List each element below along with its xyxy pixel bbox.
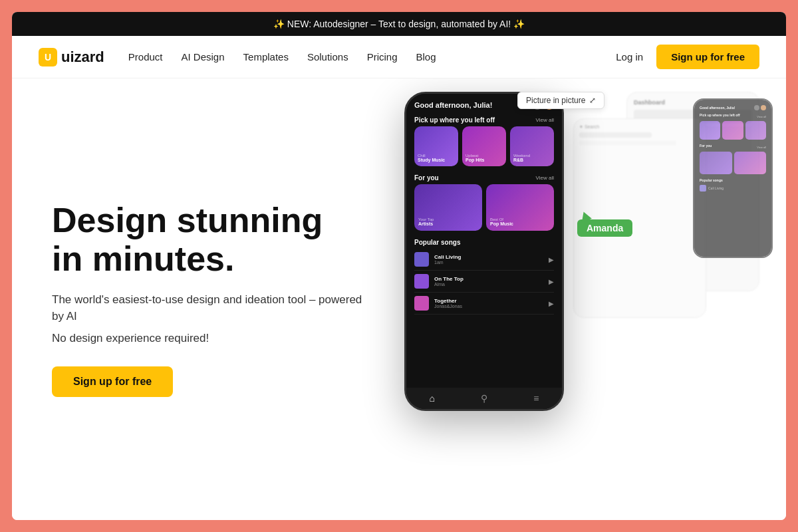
song-item-2: Together Jonas&Jonas ▶ <box>414 293 554 315</box>
nav-product[interactable]: Product <box>128 51 163 63</box>
card-artists-sub: Your Top <box>418 217 434 221</box>
song-avatar-1 <box>414 274 429 289</box>
card-upbeat: UpbeatPop Hits <box>462 126 506 166</box>
card-weekend: WeekendR&B <box>510 126 554 166</box>
nav-blog[interactable]: Blog <box>416 51 436 63</box>
nav-solutions[interactable]: Solutions <box>307 51 348 63</box>
hero-text: Design stunning in minutes. The world's … <box>52 201 371 396</box>
logo[interactable]: U uizard <box>39 48 104 66</box>
mini-phone: Good afternoon, Julia! Pick up where you… <box>693 98 773 258</box>
signup-button-nav[interactable]: Sign up for free <box>656 45 759 69</box>
mini-foryou-label: For you <box>700 144 712 148</box>
mini-foryou-cards <box>700 152 766 174</box>
song-info-0: Cali Living 1am <box>434 254 543 265</box>
song-info-2: Together Jonas&Jonas <box>434 298 543 309</box>
phone-bottom-nav: ⌂ ⚲ ≡ <box>406 388 562 409</box>
navbar: U uizard Product AI Design Templates Sol… <box>12 36 786 78</box>
song-artist-2: Jonas&Jonas <box>434 304 543 309</box>
search-nav-icon: ⚲ <box>481 393 487 404</box>
foryou-title: For you <box>414 174 439 182</box>
mini-phone-screen: Good afternoon, Julia! Pick up where you… <box>694 100 771 257</box>
cursor-amanda: Amanda <box>577 211 632 237</box>
hero-visual: Picture in picture ⤢ Dashboard Google Sa… <box>371 78 786 520</box>
card-chill: ChillStudy Music <box>414 126 458 166</box>
play-icon-2: ▶ <box>549 300 554 307</box>
cursor-label: Amanda <box>577 219 632 237</box>
login-button[interactable]: Log in <box>616 51 643 63</box>
main-container: ✨ NEW: Autodesigner – Text to design, au… <box>12 12 786 520</box>
hero-title: Design stunning in minutes. <box>52 201 371 277</box>
logo-text: uizard <box>61 49 104 66</box>
nav-ai-design[interactable]: AI Design <box>182 51 225 63</box>
song-artist-1: Alma <box>434 282 543 287</box>
mini-section-label: Pick up where you left off <box>700 113 740 117</box>
hero-signup-button[interactable]: Sign up for free <box>52 366 173 397</box>
song-title-1: On The Top <box>434 276 543 282</box>
card-artists-label: Artists <box>418 221 434 227</box>
play-icon-0: ▶ <box>549 256 554 263</box>
pickup-cards: ChillStudy Music UpbeatPop Hits WeekendR… <box>406 126 562 172</box>
home-nav-icon: ⌂ <box>430 393 435 404</box>
song-item-1: On The Top Alma ▶ <box>414 271 554 293</box>
card-pop: Best OfPop Music <box>486 184 554 231</box>
announcement-bar: ✨ NEW: Autodesigner – Text to design, au… <box>12 12 786 36</box>
hero-title-line2: in minutes. <box>52 239 234 278</box>
expand-icon: ⤢ <box>589 96 596 105</box>
song-artist-0: 1am <box>434 260 543 265</box>
card-artists: Your TopArtists <box>414 184 482 231</box>
foryou-cards: Your TopArtists Best OfPop Music <box>406 184 562 236</box>
songs-section-header: Popular songs <box>406 236 562 249</box>
announcement-text: ✨ NEW: Autodesigner – Text to design, au… <box>273 19 525 29</box>
hero-no-exp: No design experience required! <box>52 332 371 345</box>
nav-links: Product AI Design Templates Solutions Pr… <box>128 51 616 63</box>
mini-cards <box>700 121 766 140</box>
hero-subtitle: The world's easiest-to-use design and id… <box>52 291 371 325</box>
hero-section: Design stunning in minutes. The world's … <box>12 78 786 520</box>
card-weekend-sub: Weekend <box>513 154 530 158</box>
card-pop-label: Pop Music <box>490 221 513 227</box>
song-avatar-0 <box>414 252 429 267</box>
songs-title: Popular songs <box>414 239 460 246</box>
nav-templates[interactable]: Templates <box>243 51 289 63</box>
mini-card-weekend <box>745 121 766 140</box>
song-avatar-2 <box>414 296 429 311</box>
foryou-section-header: For you View all <box>406 172 562 184</box>
mini-songs-label: Popular songs <box>700 178 766 182</box>
card-upbeat-label: Pop Hits <box>466 158 484 163</box>
play-icon-1: ▶ <box>549 278 554 285</box>
song-item-0: Cali Living 1am ▶ <box>414 249 554 271</box>
mini-card-upbeat <box>722 121 743 140</box>
song-info-1: On The Top Alma <box>434 276 543 287</box>
pip-tooltip: Picture in picture ⤢ <box>517 92 604 109</box>
hero-title-line1: Design stunning <box>52 201 323 239</box>
pickup-section-header: Pick up where you left off View all <box>406 114 562 126</box>
song-title-0: Cali Living <box>434 254 543 260</box>
phone-greeting: Good afternoon, Julia! <box>414 101 492 109</box>
songs-list: Cali Living 1am ▶ On The Top Alma ▶ <box>406 249 562 315</box>
nav-pricing[interactable]: Pricing <box>367 51 398 63</box>
pickup-title: Pick up where you left off <box>414 116 495 124</box>
nav-actions: Log in Sign up for free <box>616 45 759 69</box>
mini-card-artists <box>700 152 732 174</box>
logo-icon: U <box>39 48 57 66</box>
library-nav-icon: ≡ <box>533 393 539 404</box>
phone-screen: Good afternoon, Julia! Pick up where you… <box>406 94 562 409</box>
phone-mockup: Good afternoon, Julia! Pick up where you… <box>404 92 564 411</box>
pip-tooltip-text: Picture in picture <box>526 96 585 105</box>
pickup-view-all: View all <box>536 117 554 123</box>
mini-card-pop <box>734 152 767 174</box>
card-chill-label: Study Music <box>418 158 445 163</box>
foryou-view-all: View all <box>536 175 554 181</box>
song-title-2: Together <box>434 298 543 304</box>
mini-card-chill <box>700 121 720 140</box>
card-weekend-label: R&B <box>513 158 530 163</box>
